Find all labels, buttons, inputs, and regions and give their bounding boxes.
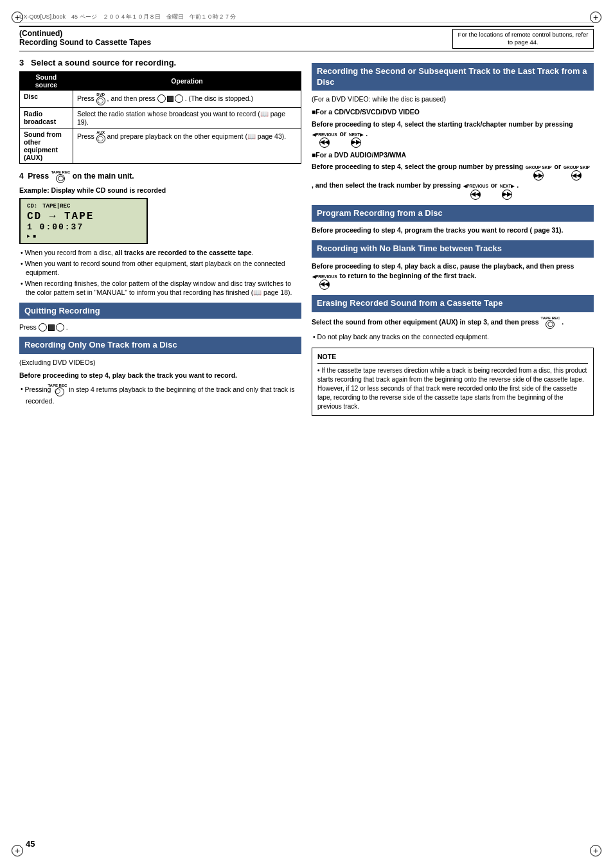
recording-one-track-body: Before proceeding to step 4, play back t…	[19, 371, 301, 380]
recording-one-track-box: Recording Only One Track from a Disc	[19, 337, 301, 354]
step4-number: 4	[19, 172, 24, 181]
header-title: Recording Sound to Cassette Tapes	[19, 38, 151, 47]
next-btn: NEXT▶ ▶▶	[349, 132, 363, 148]
dvd-btn: DVD ◯	[96, 93, 105, 105]
next-btn-2: NEXT▶ ▶▶	[500, 183, 514, 199]
note-box: NOTE • If the cassette tape reverses dir…	[312, 348, 594, 416]
no-blank-time-box: Recording with No Blank Time between Tra…	[312, 240, 594, 258]
lcd-icon-cd: CD↕	[27, 203, 37, 209]
aux-btn: AUX ◯	[96, 130, 105, 143]
quitting-body: Press .	[19, 323, 301, 332]
erasing-box: Erasing Recorded Sound from a Cassette T…	[312, 295, 594, 312]
right-column: Recording the Second or Subsequent Track…	[312, 58, 594, 416]
stop-btn	[157, 94, 183, 103]
recording-second-subtitle: (For a DVD VIDEO: while the disc is paus…	[312, 94, 594, 104]
group-skip-back-btn: GROUP SKIP ◀◀	[564, 164, 590, 181]
op-aux: Press AUX ◯ and prepare playback on the …	[73, 128, 301, 163]
step3-header: 3 Select a sound source for recording.	[19, 58, 301, 67]
source-disc: Disc	[20, 90, 73, 107]
bullet-3: When recording finishes, the color patte…	[19, 279, 301, 297]
program-recording-title: Program Recording from a Disc	[317, 208, 589, 219]
tape-rec-btn-3: TAPE REC ◯	[540, 316, 560, 329]
table-row: Radiobroadcast Select the radio station …	[20, 107, 301, 128]
for-dvd-label: ■For a DVD AUDIO/MP3/WMA	[312, 150, 594, 160]
header-note: For the locations of remote control butt…	[452, 29, 594, 49]
erasing-bullets: Do not play back any tracks on the conne…	[312, 332, 594, 341]
op-radio: Select the radio station whose broadcast…	[73, 107, 301, 128]
table-header-source: Sound source	[20, 71, 73, 90]
step4-example-label: Example: Display while CD sound is recor…	[19, 186, 301, 194]
no-blank-time-body: Before proceeding to step 4, play back a…	[312, 261, 594, 290]
body-cd: Before proceeding to step 4, select the …	[312, 120, 594, 148]
lcd-play-icon: ► ■	[27, 233, 36, 239]
bullet-2: When you want to record sound from other…	[19, 259, 301, 277]
erasing-bullet: Do not play back any tracks on the conne…	[312, 332, 594, 341]
program-recording-box: Program Recording from a Disc	[312, 205, 594, 222]
header-bar: (Continued) Recording Sound to Cassette …	[19, 26, 594, 51]
note-text: • If the cassette tape reverses directio…	[317, 366, 588, 411]
table-row: Disc Press DVD ◯ , and then press	[20, 90, 301, 107]
erasing-body: Select the sound from other equipment (A…	[312, 316, 594, 329]
left-column: 3 Select a sound source for recording. S…	[19, 58, 301, 416]
step4-bullets: When you record from a disc, all tracks …	[19, 248, 301, 297]
corner-mark-tr	[590, 12, 601, 23]
one-track-bullet: Pressing TAPE REC ◯ in step 4 returns pl…	[19, 384, 301, 405]
lcd-line1: CD → TAPE	[27, 211, 140, 222]
source-radio: Radiobroadcast	[20, 107, 73, 128]
page: UX-Q09[US].book 45 ページ ２００４年１０月８日 金曜日 午前…	[0, 0, 613, 868]
op-disc: Press DVD ◯ , and then press	[73, 90, 301, 107]
lcd-icon-tape: TAPE|REC	[42, 203, 70, 209]
corner-mark-bl	[12, 845, 23, 856]
recording-one-track-title: Recording Only One Track from a Disc	[24, 340, 296, 351]
body-dvd: Before proceeding to step 4, select the …	[312, 162, 594, 199]
recording-one-track-subtitle: (Excluding DVD VIDEOs)	[19, 358, 301, 368]
previous-btn: ◀PREVIOUS ◀◀	[312, 132, 337, 148]
for-cd-label: ■For a CD/VCD/SVCD/DVD VIDEO	[312, 107, 594, 117]
group-skip-fwd-btn: GROUP SKIP ▶▶	[526, 164, 552, 181]
previous-btn-3: ◀PREVIOUS ◀◀	[312, 274, 337, 290]
quitting-title: Quitting Recording	[24, 306, 296, 315]
recording-one-track-bullets: Pressing TAPE REC ◯ in step 4 returns pl…	[19, 384, 301, 405]
tape-rec-btn-2: TAPE REC ◯	[53, 384, 67, 396]
two-col-layout: 3 Select a sound source for recording. S…	[19, 58, 594, 416]
tape-rec-btn: TAPE REC ◯	[51, 170, 70, 183]
no-blank-time-title: Recording with No Blank Time between Tra…	[317, 244, 589, 254]
table-row: Sound fromotherequipment(AUX) Press AUX …	[20, 128, 301, 163]
page-number: 45	[26, 839, 35, 849]
previous-btn-2: ◀PREVIOUS ◀◀	[463, 183, 488, 199]
lcd-bottom-icons: ► ■	[27, 233, 140, 239]
step3-text: Select a sound source for recording.	[31, 58, 176, 67]
sound-table: Sound source Operation Disc Press DVD ◯	[19, 71, 301, 164]
quitting-box: Quitting Recording	[19, 303, 301, 319]
program-recording-body: Before proceeding to step 4, program the…	[312, 226, 594, 235]
lcd-line2: 1 0:00:37	[27, 222, 140, 232]
lcd-display: CD↕ TAPE|REC CD → TAPE 1 0:00:37 ► ■	[19, 198, 148, 244]
file-info: UX-Q09[US].book 45 ページ ２００４年１０月８日 金曜日 午前…	[19, 13, 594, 23]
source-aux: Sound fromotherequipment(AUX)	[20, 128, 73, 163]
quitting-stop-btn	[39, 323, 64, 332]
erasing-title: Erasing Recorded Sound from a Cassette T…	[317, 298, 589, 309]
recording-second-title: Recording the Second or Subsequent Track…	[317, 66, 589, 88]
lcd-top-icons: CD↕ TAPE|REC	[27, 203, 140, 209]
step3-number: 3	[19, 58, 24, 67]
step4-header: 4 Press TAPE REC ◯ on the main unit.	[19, 170, 301, 183]
bullet-1: When you record from a disc, all tracks …	[19, 248, 301, 257]
table-header-operation: Operation	[73, 71, 301, 90]
note-label: NOTE	[317, 352, 588, 364]
corner-mark-br	[590, 845, 601, 856]
corner-mark-tl	[12, 12, 23, 23]
header-titles: (Continued) Recording Sound to Cassette …	[19, 29, 151, 47]
header-continued: (Continued)	[19, 29, 151, 38]
recording-second-box: Recording the Second or Subsequent Track…	[312, 63, 594, 91]
